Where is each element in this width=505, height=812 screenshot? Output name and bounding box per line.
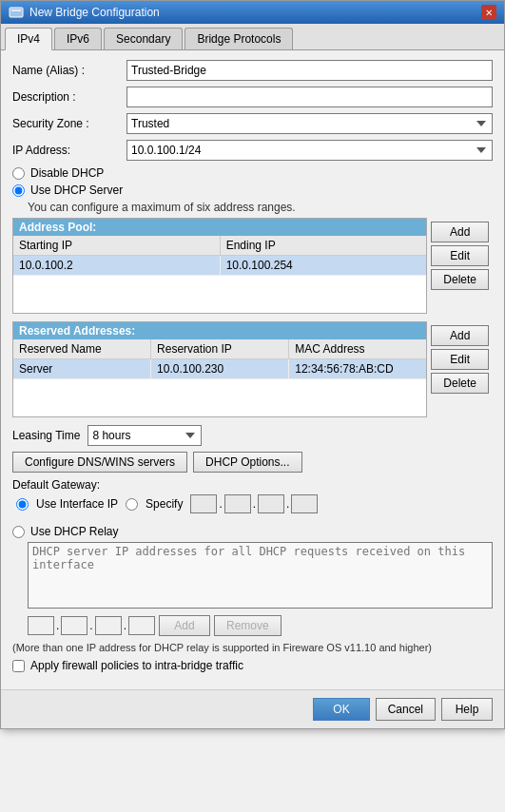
reserved-delete-button[interactable]: Delete bbox=[431, 373, 489, 394]
use-dhcp-relay-label: Use DHCP Relay bbox=[30, 525, 118, 538]
default-gateway-section: Default Gateway: Use Interface IP Specif… bbox=[12, 478, 493, 513]
apply-firewall-checkbox[interactable] bbox=[12, 660, 25, 672]
use-dhcp-server-label: Use DHCP Server bbox=[30, 184, 123, 197]
reserved-header: Reserved Addresses: bbox=[13, 322, 426, 339]
cancel-button[interactable]: Cancel bbox=[376, 698, 436, 721]
ok-button[interactable]: OK bbox=[313, 698, 369, 721]
tab-content: Name (Alias) : Description : Security Zo… bbox=[1, 50, 504, 689]
reserved-header-row: Reserved Name Reservation IP MAC Address bbox=[13, 339, 426, 359]
col-reservation-ip: Reservation IP bbox=[151, 339, 289, 358]
use-interface-ip-label: Use Interface IP bbox=[36, 497, 118, 511]
reserved-edit-button[interactable]: Edit bbox=[431, 349, 489, 370]
leasing-label: Leasing Time bbox=[12, 429, 80, 442]
dhcp-options-button[interactable]: DHCP Options... bbox=[193, 452, 301, 473]
tab-secondary[interactable]: Secondary bbox=[104, 28, 183, 49]
specify-ip-group: . . . bbox=[190, 494, 318, 513]
address-pool-box: Address Pool: Starting IP Ending IP 10.0… bbox=[12, 218, 427, 314]
disable-dhcp-label: Disable DHCP bbox=[30, 166, 104, 180]
reserved-buttons: Add Edit Delete bbox=[427, 321, 493, 425]
leasing-row: Leasing Time 8 hours 1 hour 4 hours 12 h… bbox=[12, 425, 493, 446]
dhcp-relay-section: . . . Add Remove bbox=[28, 542, 493, 636]
name-input[interactable] bbox=[126, 60, 493, 81]
reserved-add-button[interactable]: Add bbox=[431, 325, 489, 346]
name-label: Name (Alias) : bbox=[12, 64, 126, 77]
relay-textarea[interactable] bbox=[28, 542, 493, 609]
col-ending-ip: Ending IP bbox=[221, 236, 427, 255]
gateway-octet-2[interactable] bbox=[224, 494, 251, 513]
firewall-row: Apply firewall policies to intra-bridge … bbox=[12, 659, 493, 672]
reserved-name-cell: Server bbox=[13, 359, 151, 378]
window-icon bbox=[9, 5, 24, 20]
main-window: New Bridge Configuration ✕ IPv4 IPv6 Sec… bbox=[0, 0, 505, 729]
leasing-select[interactable]: 8 hours 1 hour 4 hours 12 hours 24 hours bbox=[87, 425, 202, 446]
relay-bottom-row: . . . Add Remove bbox=[28, 615, 493, 636]
apply-firewall-label: Apply firewall policies to intra-bridge … bbox=[30, 659, 243, 672]
use-dhcp-server-radio[interactable] bbox=[12, 184, 25, 197]
use-interface-ip-radio[interactable] bbox=[16, 498, 29, 511]
mac-address-cell: 12:34:56:78:AB:CD bbox=[289, 359, 426, 378]
title-bar: New Bridge Configuration ✕ bbox=[1, 1, 504, 24]
reserved-table-area: Reserved Addresses: Reserved Name Reserv… bbox=[12, 321, 427, 425]
description-label: Description : bbox=[12, 90, 126, 104]
address-pool-delete-button[interactable]: Delete bbox=[431, 269, 489, 290]
ip-address-select[interactable]: 10.0.100.1/24 bbox=[126, 140, 493, 161]
address-pool-header-row: Starting IP Ending IP bbox=[13, 236, 426, 256]
address-pool-body: 10.0.100.2 10.0.100.254 bbox=[13, 256, 426, 313]
relay-octet-1[interactable] bbox=[28, 616, 54, 635]
tab-ipv6[interactable]: IPv6 bbox=[54, 28, 102, 49]
security-zone-select[interactable]: Trusted External Optional Custom bbox=[126, 113, 493, 134]
relay-ip-group: . . . bbox=[28, 616, 155, 635]
reserved-table: Reserved Name Reservation IP MAC Address… bbox=[13, 339, 426, 416]
name-row: Name (Alias) : bbox=[12, 60, 493, 81]
svg-rect-1 bbox=[11, 10, 21, 11]
address-pool-table: Starting IP Ending IP 10.0.100.2 10.0.10… bbox=[13, 236, 426, 313]
reservation-ip-cell: 10.0.100.230 bbox=[151, 359, 289, 378]
disable-dhcp-radio[interactable] bbox=[12, 167, 25, 180]
starting-ip-cell: 10.0.100.2 bbox=[13, 256, 221, 275]
disable-dhcp-row: Disable DHCP bbox=[12, 166, 493, 180]
address-pool-table-area: Address Pool: Starting IP Ending IP 10.0… bbox=[12, 218, 427, 321]
description-input[interactable] bbox=[126, 87, 493, 107]
ip-address-row: IP Address: 10.0.100.1/24 bbox=[12, 140, 493, 161]
relay-octet-2[interactable] bbox=[61, 616, 87, 635]
description-row: Description : bbox=[12, 87, 493, 107]
gateway-options: Use Interface IP Specify . . . bbox=[16, 494, 493, 513]
close-button[interactable]: ✕ bbox=[481, 5, 496, 20]
ending-ip-cell: 10.0.100.254 bbox=[221, 256, 427, 275]
address-pool-buttons: Add Edit Delete bbox=[427, 218, 493, 321]
relay-remove-button[interactable]: Remove bbox=[214, 615, 282, 636]
bottom-buttons: OK Cancel Help bbox=[1, 689, 504, 728]
address-pool-edit-button[interactable]: Edit bbox=[431, 245, 489, 266]
reserved-body: Server 10.0.100.230 12:34:56:78:AB:CD bbox=[13, 359, 426, 416]
configure-dns-button[interactable]: Configure DNS/WINS servers bbox=[12, 452, 187, 473]
use-dhcp-relay-row: Use DHCP Relay bbox=[12, 525, 493, 538]
specify-radio[interactable] bbox=[126, 498, 138, 511]
col-reserved-name: Reserved Name bbox=[13, 339, 151, 358]
tab-bridge-protocols[interactable]: Bridge Protocols bbox=[185, 28, 293, 49]
col-starting-ip: Starting IP bbox=[13, 236, 221, 255]
dns-dhcp-buttons: Configure DNS/WINS servers DHCP Options.… bbox=[12, 452, 493, 473]
relay-octet-4[interactable] bbox=[128, 616, 155, 635]
relay-add-button[interactable]: Add bbox=[159, 615, 210, 636]
default-gateway-label: Default Gateway: bbox=[12, 478, 493, 492]
help-button[interactable]: Help bbox=[441, 698, 493, 721]
window-title: New Bridge Configuration bbox=[29, 6, 160, 19]
security-zone-row: Security Zone : Trusted External Optiona… bbox=[12, 113, 493, 134]
specify-label: Specify bbox=[146, 497, 183, 511]
reserved-row-0[interactable]: Server 10.0.100.230 12:34:56:78:AB:CD bbox=[13, 359, 426, 379]
tab-ipv4[interactable]: IPv4 bbox=[5, 28, 52, 50]
gateway-octet-4[interactable] bbox=[291, 494, 318, 513]
relay-octet-3[interactable] bbox=[95, 616, 122, 635]
gateway-octet-3[interactable] bbox=[258, 494, 284, 513]
notice-text: (More than one IP address for DHCP relay… bbox=[12, 642, 493, 653]
address-pool-row-0[interactable]: 10.0.100.2 10.0.100.254 bbox=[13, 256, 426, 276]
use-dhcp-relay-radio[interactable] bbox=[12, 526, 25, 538]
use-dhcp-server-row: Use DHCP Server bbox=[12, 184, 493, 197]
tab-bar: IPv4 IPv6 Secondary Bridge Protocols bbox=[1, 24, 504, 50]
address-pool-add-button[interactable]: Add bbox=[431, 222, 489, 242]
reserved-box: Reserved Addresses: Reserved Name Reserv… bbox=[12, 321, 427, 417]
svg-rect-0 bbox=[10, 8, 23, 17]
reserved-addresses-section: Reserved Addresses: Reserved Name Reserv… bbox=[12, 321, 493, 425]
gateway-octet-1[interactable] bbox=[190, 494, 217, 513]
address-pool-header: Address Pool: bbox=[13, 219, 426, 236]
